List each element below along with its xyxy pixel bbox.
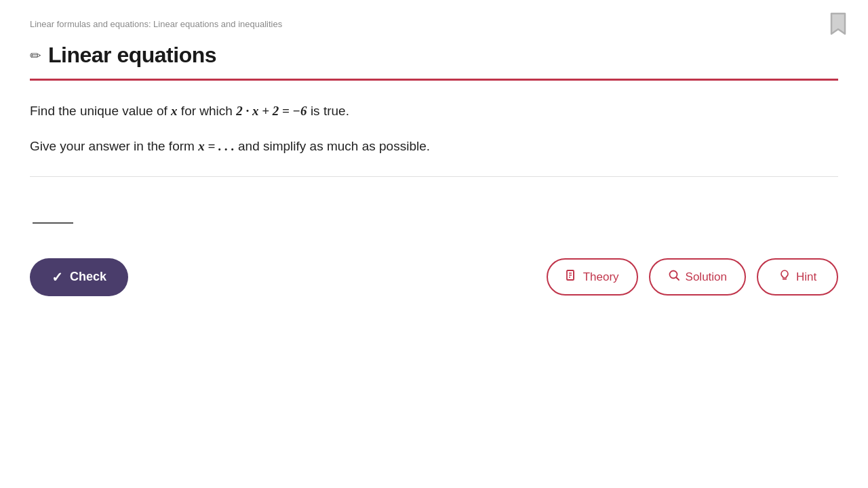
solution-icon xyxy=(668,269,680,285)
answer-hint: Give your answer in the form x = . . . a… xyxy=(30,136,838,157)
light-divider xyxy=(30,176,838,177)
check-label: Check xyxy=(70,270,106,284)
page-title: Linear equations xyxy=(48,43,216,68)
answer-input[interactable] xyxy=(33,204,73,224)
secondary-buttons: Theory Solution xyxy=(547,258,838,296)
check-icon: ✓ xyxy=(52,269,63,285)
hint-text-before: Give your answer in the form xyxy=(30,139,198,153)
check-button[interactable]: ✓ Check xyxy=(30,258,128,296)
pencil-icon: ✏ xyxy=(30,47,41,64)
hint-icon xyxy=(778,269,791,285)
hint-form: x = . . . xyxy=(198,139,235,153)
actions-row: ✓ Check Theory xyxy=(30,258,838,296)
solution-button[interactable]: Solution xyxy=(649,258,746,296)
problem-variable: x xyxy=(171,104,178,118)
problem-equation: 2 · x + 2 = −6 xyxy=(236,104,307,118)
hint-text-after: and simplify as much as possible. xyxy=(235,139,430,153)
bookmark-icon[interactable] xyxy=(830,12,846,39)
theory-label: Theory xyxy=(583,270,619,284)
theory-button[interactable]: Theory xyxy=(547,258,638,296)
red-divider xyxy=(30,79,838,81)
svg-line-6 xyxy=(676,278,679,281)
solution-label: Solution xyxy=(686,270,727,284)
problem-text-mid: for which xyxy=(178,104,237,118)
problem-text-end: is true. xyxy=(307,104,349,118)
title-row: ✏ Linear equations xyxy=(30,43,838,68)
answer-area xyxy=(30,197,838,231)
breadcrumb: Linear formulas and equations: Linear eq… xyxy=(30,19,838,29)
problem-text-before: Find the unique value of xyxy=(30,104,171,118)
page-container: Linear formulas and equations: Linear eq… xyxy=(0,0,868,488)
hint-label: Hint xyxy=(796,270,816,284)
hint-button[interactable]: Hint xyxy=(757,258,838,296)
theory-icon xyxy=(566,269,578,285)
problem-line1: Find the unique value of x for which 2 ·… xyxy=(30,101,838,121)
